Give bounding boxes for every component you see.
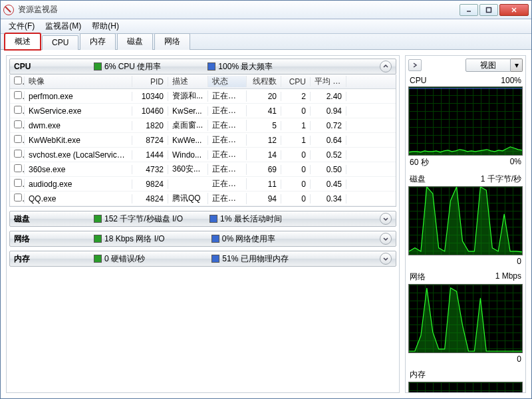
disk-io-legend: 152 千字节/秒磁盘 I/O [94,213,183,225]
row-checkbox[interactable] [14,179,22,187]
right-pane: 视图 ▾ CPU100% 60 秒0% 磁盘1 千字节/秒 0 网络1 Mbps… [405,55,526,393]
tab-network[interactable]: 网络 [154,33,190,50]
col-checkbox[interactable] [10,76,25,86]
disk-section-header[interactable]: 磁盘 152 千字节/秒磁盘 I/O 1% 最长活动时间 [9,211,396,227]
menu-file[interactable]: 文件(F) [3,19,40,33]
cell-image: KwService.exe [25,106,132,116]
cell-pid: 10340 [132,92,168,101]
cell-desc: 360安... [168,164,208,175]
memory-used-legend: 51% 已用物理内存 [211,253,288,265]
graph-max: 100% [501,76,521,85]
cell-cpu: 0 [281,150,311,160]
network-graph-block: 网络1 Mbps 0 [408,270,523,365]
cell-pid: 4824 [132,194,168,203]
collapse-panel-button[interactable] [408,59,422,71]
network-io-legend: 18 Kbps 网络 I/O [94,233,165,245]
table-row[interactable]: audiodg.exe9824正在运行1100.45 [10,177,396,192]
square-icon [94,235,102,243]
cell-image: KwWebKit.exe [25,136,132,145]
cell-cpu: 2 [281,92,311,101]
row-checkbox[interactable] [14,120,22,128]
row-checkbox[interactable] [14,135,22,143]
row-checkbox[interactable] [14,194,22,201]
disk-section-title: 磁盘 [14,213,87,225]
table-row[interactable]: perfmon.exe10340资源和...正在运行2022.40 [10,89,396,104]
cell-pid: 8724 [132,136,168,145]
cell-image: svchost.exe (LocalServiceN... [25,150,132,160]
network-section-header[interactable]: 网络 18 Kbps 网络 I/O 0% 网络使用率 [9,231,396,247]
cell-threads: 11 [247,180,281,189]
cell-avg: 0.34 [311,194,346,203]
graph-title: CPU [410,76,426,85]
network-use-legend: 0% 网络使用率 [211,233,276,245]
table-row[interactable]: svchost.exe (LocalServiceN...1444Windo..… [10,148,396,162]
cell-status: 正在运行 [208,178,247,190]
memory-graph-block: 内存 [408,368,523,393]
app-icon [3,5,14,15]
cell-avg: 0.64 [311,136,346,145]
col-image[interactable]: 映像 [25,76,132,87]
cell-status: 正在运行 [208,164,247,175]
cpu-section: CPU 6% CPU 使用率 100% 最大频率 映像 PID 描述 状态 线程… [9,59,396,207]
cpu-section-header[interactable]: CPU 6% CPU 使用率 100% 最大频率 [9,59,396,74]
cell-status: 正在运行 [208,105,247,116]
cpu-freq-legend: 100% 最大频率 [207,61,273,72]
maximize-button[interactable] [479,4,498,16]
tab-overview[interactable]: 概述 [5,33,41,50]
select-all-checkbox[interactable] [14,76,22,84]
graph-title: 网络 [410,271,426,283]
square-icon [94,63,102,70]
table-row[interactable]: dwm.exe1820桌面窗...正在运行510.72 [10,118,396,133]
menu-help[interactable]: 帮助(H) [86,19,124,33]
expand-button[interactable] [380,233,392,245]
memory-section-header[interactable]: 内存 0 硬错误/秒 51% 已用物理内存 [9,251,396,267]
tab-strip: 概述 CPU 内存 磁盘 网络 [1,34,531,50]
cell-image: perfmon.exe [25,92,132,101]
graph-title: 磁盘 [410,174,426,185]
cpu-section-title: CPU [14,62,87,71]
graph-min: 0% [510,157,521,168]
cell-avg: 2.40 [311,92,346,101]
row-checkbox[interactable] [14,150,22,158]
view-dropdown[interactable]: 视图 ▾ [466,59,523,72]
graph-min: 0 [517,354,521,364]
network-section-title: 网络 [14,233,87,245]
tab-cpu[interactable]: CPU [42,35,78,50]
close-button[interactable] [499,4,529,16]
row-checkbox[interactable] [14,164,22,172]
cell-image: dwm.exe [25,121,132,130]
cell-threads: 14 [247,150,281,160]
col-threads[interactable]: 线程数 [247,76,281,87]
col-cpu[interactable]: CPU [281,77,311,86]
col-avg-cpu[interactable]: 平均 C... [311,76,346,87]
memory-section-title: 内存 [14,253,87,265]
menu-monitor[interactable]: 监视器(M) [40,19,86,33]
cell-image: QQ.exe [25,194,132,203]
cell-desc: 资源和... [168,90,208,102]
minimize-button[interactable] [460,4,478,16]
cell-avg: 0.52 [311,150,346,160]
table-row[interactable]: QQ.exe4824腾讯QQ正在运行9400.34 [10,192,396,206]
col-status[interactable]: 状态 [208,76,247,87]
table-row[interactable]: KwService.exe10460KwSer...正在运行4100.94 [10,104,396,118]
expand-button[interactable] [380,253,392,265]
graph-max: 1 千字节/秒 [481,174,521,185]
cell-threads: 5 [247,121,281,130]
cell-status: 正在运行 [208,149,247,160]
col-pid[interactable]: PID [132,77,168,86]
tab-disk[interactable]: 磁盘 [117,33,153,50]
table-body: perfmon.exe10340资源和...正在运行2022.40KwServi… [10,89,396,206]
expand-button[interactable] [380,213,392,225]
table-row[interactable]: 360se.exe4732360安...正在运行6900.50 [10,162,396,177]
cell-desc: Windo... [168,150,208,160]
table-row[interactable]: KwWebKit.exe8724KwWe...正在运行1210.64 [10,133,396,148]
cell-desc: 桌面窗... [168,120,208,131]
col-description[interactable]: 描述 [168,76,208,87]
row-checkbox[interactable] [14,106,22,114]
cell-desc: 腾讯QQ [168,193,208,204]
menubar: 文件(F) 监视器(M) 帮助(H) [1,19,531,34]
row-checkbox[interactable] [14,91,22,99]
tab-memory[interactable]: 内存 [80,33,116,50]
square-icon [209,215,217,223]
collapse-button[interactable] [380,61,392,72]
